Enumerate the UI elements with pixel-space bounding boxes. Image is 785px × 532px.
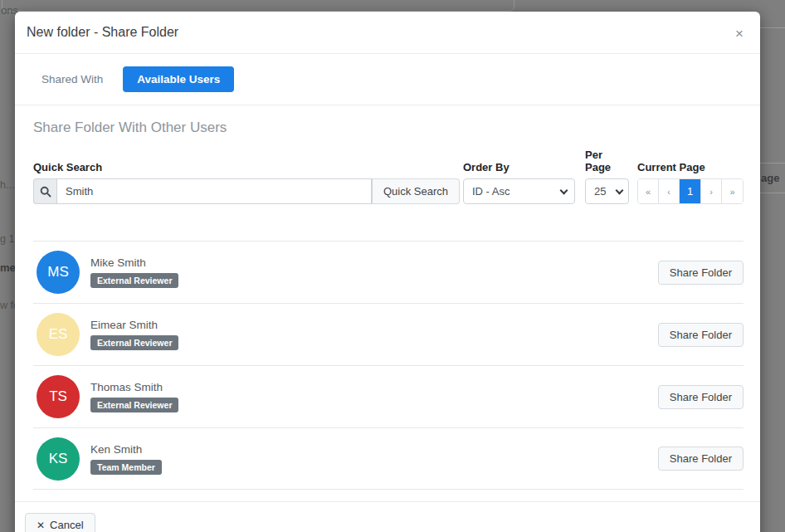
modal-tabs: Shared With Available Users <box>15 54 760 105</box>
share-folder-button[interactable]: Share Folder <box>658 447 744 471</box>
order-by-group: Order By ID - Asc <box>463 161 575 204</box>
search-controls-row: Quick Search Quick Search Order By ID - … <box>33 149 744 204</box>
user-row: MS Mike Smith External Reviewer Share Fo… <box>33 241 744 303</box>
share-folder-button[interactable]: Share Folder <box>658 385 744 409</box>
per-page-group: Per Page 25 <box>585 149 629 204</box>
user-name: Ken Smith <box>90 443 142 456</box>
user-name: Mike Smith <box>90 256 146 269</box>
quick-search-label: Quick Search <box>33 161 460 173</box>
background-divider <box>760 27 785 28</box>
chevron-down-icon <box>560 187 568 195</box>
user-list: MS Mike Smith External Reviewer Share Fo… <box>33 241 744 490</box>
pagination-current-page[interactable]: 1 <box>680 179 701 203</box>
close-x-icon: ✕ <box>37 520 45 531</box>
pagination-last-button[interactable]: » <box>722 179 743 203</box>
current-page-label: Current Page <box>637 161 744 173</box>
close-icon[interactable]: × <box>732 25 747 42</box>
modal-header: New folder - Share Folder × <box>15 12 760 54</box>
background-divider <box>760 193 785 193</box>
background-text-fragment: age <box>761 172 779 184</box>
tab-available-users[interactable]: Available Users <box>123 66 234 92</box>
share-folder-modal: New folder - Share Folder × Shared With … <box>15 12 760 532</box>
modal-footer: ✕ Cancel <box>15 501 760 532</box>
user-row: KS Ken Smith Team Member Share Folder <box>33 427 744 490</box>
avatar: KS <box>37 437 80 481</box>
cancel-button[interactable]: ✕ Cancel <box>25 513 95 532</box>
order-by-value: ID - Asc <box>472 185 510 198</box>
quick-search-group: Quick Search Quick Search <box>33 161 460 204</box>
user-row: TS Thomas Smith External Reviewer Share … <box>33 365 744 427</box>
quick-search-button[interactable]: Quick Search <box>372 178 460 204</box>
user-row: ES Eimear Smith External Reviewer Share … <box>33 303 744 365</box>
role-badge: External Reviewer <box>90 273 178 288</box>
pagination-prev-button[interactable]: ‹ <box>659 179 680 203</box>
role-badge: Team Member <box>90 460 162 475</box>
per-page-label: Per Page <box>585 149 629 173</box>
avatar: ES <box>37 313 80 356</box>
background-text-fragment: h... <box>0 179 14 191</box>
user-name: Eimear Smith <box>90 319 158 331</box>
per-page-value: 25 <box>594 185 606 198</box>
current-page-group: Current Page « ‹ 1 › » <box>637 161 744 204</box>
cancel-label: Cancel <box>50 519 83 531</box>
background-text-fragment: me <box>0 261 16 274</box>
search-input[interactable] <box>56 178 372 204</box>
role-badge: External Reviewer <box>90 335 178 350</box>
avatar: MS <box>37 251 80 294</box>
section-heading: Share Folder With Other Users <box>33 120 744 136</box>
avatar: TS <box>37 375 80 418</box>
pagination-next-button[interactable]: › <box>701 179 722 203</box>
background-text-fragment: g 1 <box>0 233 14 245</box>
order-by-select[interactable]: ID - Asc <box>463 178 575 204</box>
pagination-first-button[interactable]: « <box>638 179 659 203</box>
share-folder-button[interactable]: Share Folder <box>658 323 744 347</box>
chevron-down-icon <box>616 187 624 195</box>
background-divider <box>760 163 785 164</box>
tab-shared-with[interactable]: Shared With <box>33 67 111 91</box>
per-page-select[interactable]: 25 <box>585 178 629 204</box>
background-panel-outline <box>2 0 514 12</box>
share-folder-button[interactable]: Share Folder <box>658 261 744 285</box>
modal-title: New folder - Share Folder <box>27 25 178 40</box>
user-name: Thomas Smith <box>90 381 163 393</box>
order-by-label: Order By <box>463 161 575 173</box>
pagination: « ‹ 1 › » <box>637 178 744 204</box>
role-badge: External Reviewer <box>90 398 178 412</box>
modal-body: Share Folder With Other Users Quick Sear… <box>15 105 760 501</box>
search-icon <box>33 178 56 204</box>
